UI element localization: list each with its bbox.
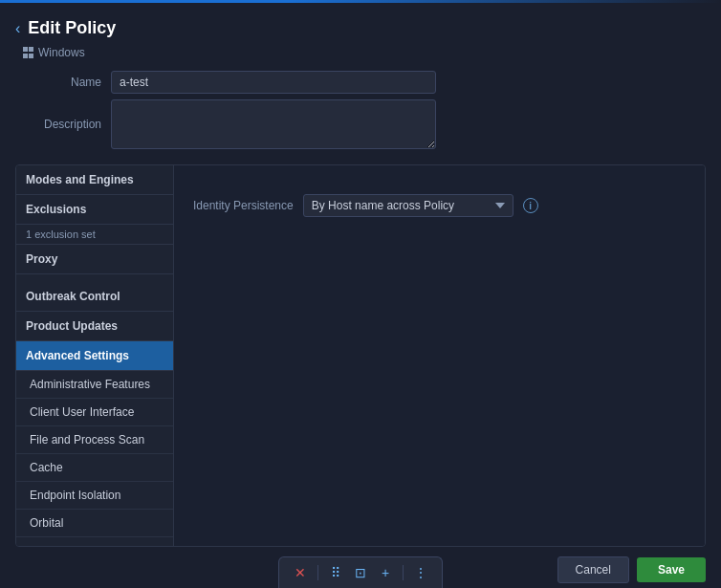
sidebar-item-modes-engines[interactable]: Modes and Engines (16, 165, 173, 195)
form-area: Name Description (0, 67, 721, 164)
bottom-toolbar: ✕ ⠿ ⊡ + ⋮ (278, 556, 443, 588)
back-button[interactable]: ‹ (15, 20, 20, 37)
identity-persistence-row: Identity Persistence By Host name across… (193, 194, 686, 217)
identity-persistence-select[interactable]: By Host name across Policy (303, 194, 513, 217)
sidebar-item-advanced-settings[interactable]: Advanced Settings (16, 341, 173, 371)
sidebar-item-outbreak-control[interactable]: Outbreak Control (16, 282, 173, 312)
sidebar-item-client-user-interface[interactable]: Client User Interface (16, 399, 173, 426)
save-button[interactable]: Save (637, 557, 706, 582)
identity-persistence-label: Identity Persistence (193, 199, 294, 212)
window-icon[interactable]: ⊡ (351, 563, 370, 582)
toolbar-divider-1 (317, 565, 318, 580)
grid-icon[interactable]: ⠿ (326, 563, 345, 582)
sidebar-item-exclusions-sub: 1 exclusion set (16, 225, 173, 245)
description-input[interactable] (111, 99, 436, 149)
toolbar-divider-2 (403, 565, 404, 580)
header: ‹ Edit Policy (0, 5, 721, 44)
sidebar-item-file-and-process-scan[interactable]: File and Process Scan (16, 426, 173, 454)
description-label: Description (15, 118, 111, 131)
description-row: Description (15, 99, 706, 149)
name-label: Name (15, 76, 111, 89)
info-icon[interactable]: i (523, 198, 538, 213)
sidebar-item-proxy[interactable]: Proxy (16, 245, 173, 274)
cancel-button[interactable]: Cancel (557, 556, 629, 583)
windows-icon (23, 47, 34, 58)
sidebar: Modes and Engines Exclusions 1 exclusion… (16, 165, 174, 546)
add-icon[interactable]: + (376, 563, 395, 582)
close-icon[interactable]: ✕ (291, 563, 310, 582)
sidebar-item-cache[interactable]: Cache (16, 454, 173, 482)
windows-label: Windows (0, 44, 721, 67)
sidebar-item-engines[interactable]: Engines (16, 537, 173, 546)
page-title: Edit Policy (28, 18, 116, 38)
sidebar-item-product-updates[interactable]: Product Updates (16, 312, 173, 341)
name-input[interactable] (111, 71, 436, 94)
more-icon[interactable]: ⋮ (411, 563, 430, 582)
name-row: Name (15, 71, 706, 94)
sidebar-item-exclusions[interactable]: Exclusions (16, 195, 173, 225)
sidebar-item-endpoint-isolation[interactable]: Endpoint Isolation (16, 482, 173, 510)
main-content: Modes and Engines Exclusions 1 exclusion… (15, 164, 706, 547)
main-panel: Identity Persistence By Host name across… (174, 165, 705, 546)
sidebar-item-administrative-features[interactable]: Administrative Features (16, 371, 173, 399)
sidebar-item-orbital[interactable]: Orbital (16, 510, 173, 537)
